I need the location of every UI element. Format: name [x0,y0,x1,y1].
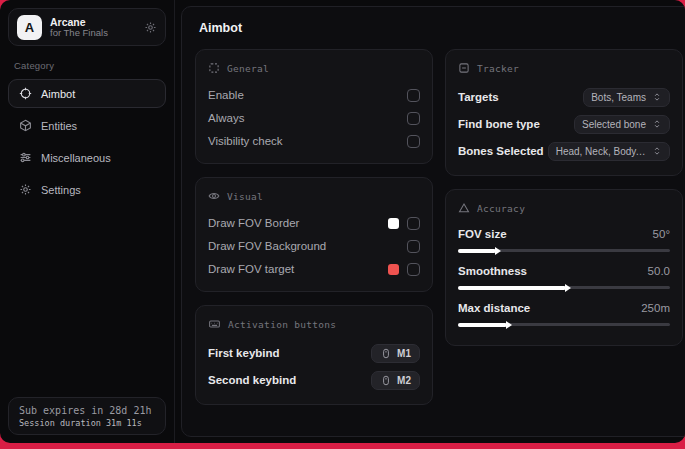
eye-icon [208,190,220,202]
chevrons-up-down-icon [652,119,662,129]
setting-label: Second keybind [208,374,296,386]
targets-dropdown[interactable]: Bots, Teams [583,88,670,107]
general-card-header: General [208,62,420,74]
sidebar-item-label: Aimbot [41,88,75,100]
setting-row-draw-fov-background: Draw FOV Background [208,235,420,257]
accuracy-card: Accuracy FOV size 50° [445,189,683,346]
draw-fov-background-checkbox[interactable] [407,240,420,253]
sidebar-item-miscellaneous[interactable]: Miscellaneous [8,143,166,172]
setting-label: Find bone type [458,118,540,130]
setting-row-targets: Targets Bots, Teams [458,84,670,110]
app-window: A Arcane for The Finals Category Aimbot [0,0,685,443]
setting-row-draw-fov-border: Draw FOV Border [208,212,420,234]
mouse-icon [380,375,392,386]
setting-row-draw-fov-target: Draw FOV target [208,258,420,280]
subscription-card: Sub expires in 28d 21h Session duration … [8,397,166,435]
sidebar: A Arcane for The Finals Category Aimbot [0,0,175,443]
slider-fill [458,323,507,327]
slider-value: 50° [653,228,670,240]
scan-square-icon [458,62,470,74]
enable-checkbox[interactable] [407,89,420,102]
slider-value: 50.0 [648,265,670,277]
brand-gear-icon[interactable] [144,21,157,34]
setting-row-max-distance: Max distance 250m [458,298,670,326]
setting-label: Draw FOV Border [208,217,299,229]
sidebar-item-label: Settings [41,184,81,196]
always-checkbox[interactable] [407,112,420,125]
setting-label: FOV size [458,228,507,240]
setting-label: Max distance [458,302,530,314]
main-panel: Aimbot General [181,6,685,437]
dropdown-value: Head, Neck, Body, Pe.. [556,146,646,157]
setting-label: Draw FOV target [208,263,294,275]
fov-border-color-swatch[interactable] [388,218,399,229]
first-keybind-button[interactable]: M1 [371,344,420,363]
smoothness-slider[interactable] [458,286,670,289]
sidebar-item-label: Miscellaneous [41,152,111,164]
draw-fov-target-checkbox[interactable] [407,263,420,276]
fov-target-color-swatch[interactable] [388,264,399,275]
visual-card: Visual Draw FOV Border Draw FOV Backgrou… [195,177,433,292]
bones-selected-dropdown[interactable]: Head, Neck, Body, Pe.. [548,142,670,161]
sidebar-item-settings[interactable]: Settings [8,175,166,204]
card-title: Activation buttons [228,319,336,330]
tracker-card: Tracker Targets Bots, Teams [445,49,683,176]
category-label: Category [14,60,160,71]
setting-row-bones-selected: Bones Selected Head, Neck, Body, Pe.. [458,138,670,164]
keybind-value: M1 [397,348,411,359]
crosshair-icon [19,87,32,100]
dashed-square-icon [208,62,220,74]
setting-row-enable: Enable [208,84,420,106]
setting-row-always: Always [208,107,420,129]
sidebar-item-entities[interactable]: Entities [8,111,166,140]
setting-label: Targets [458,91,499,103]
setting-label: Bones Selected [458,145,544,157]
setting-row-visibility-check: Visibility check [208,130,420,152]
tracker-card-header: Tracker [458,62,670,74]
brand-card: A Arcane for The Finals [8,8,166,46]
right-column: Tracker Targets Bots, Teams [445,49,683,346]
second-keybind-button[interactable]: M2 [371,371,420,390]
box-icon [19,119,32,132]
keyboard-icon [208,318,221,330]
setting-row-first-keybind: First keybind M1 [208,340,420,366]
card-title: General [227,63,269,74]
slider-fill [458,249,496,253]
chevrons-up-down-icon [652,92,662,102]
sliders-icon [19,151,32,164]
visual-card-header: Visual [208,190,420,202]
brand-text: Arcane for The Finals [50,16,136,39]
mouse-icon [380,348,392,359]
activation-card: Activation buttons First keybind [195,305,433,405]
app-logo: A [17,15,42,40]
slider-value: 250m [641,302,670,314]
fov-size-slider[interactable] [458,249,670,252]
setting-row-fov-size: FOV size 50° [458,224,670,252]
sidebar-item-label: Entities [41,120,77,132]
setting-label: Always [208,112,244,124]
visibility-check-checkbox[interactable] [407,135,420,148]
session-duration: Session duration 31m 11s [19,418,155,428]
setting-label: Enable [208,89,244,101]
find-bone-type-dropdown[interactable]: Selected bone [574,115,670,134]
page-title: Aimbot [199,21,681,35]
setting-label: Visibility check [208,135,283,147]
setting-label: Smoothness [458,265,527,277]
setting-row-smoothness: Smoothness 50.0 [458,261,670,289]
sidebar-item-aimbot[interactable]: Aimbot [8,79,166,108]
card-title: Visual [227,191,263,202]
dropdown-value: Bots, Teams [591,92,646,103]
setting-label: First keybind [208,347,280,359]
left-column: General Enable Always Visibility check [195,49,433,405]
card-title: Tracker [477,63,519,74]
setting-label: Draw FOV Background [208,240,326,252]
setting-row-find-bone-type: Find bone type Selected bone [458,111,670,137]
app-name: Arcane [50,16,136,28]
app-subtitle: for The Finals [50,28,136,39]
card-title: Accuracy [477,203,525,214]
subscription-expiry: Sub expires in 28d 21h [19,405,155,416]
main-area: Aimbot General [175,0,685,443]
max-distance-slider[interactable] [458,323,670,326]
setting-row-second-keybind: Second keybind M2 [208,367,420,393]
draw-fov-border-checkbox[interactable] [407,217,420,230]
